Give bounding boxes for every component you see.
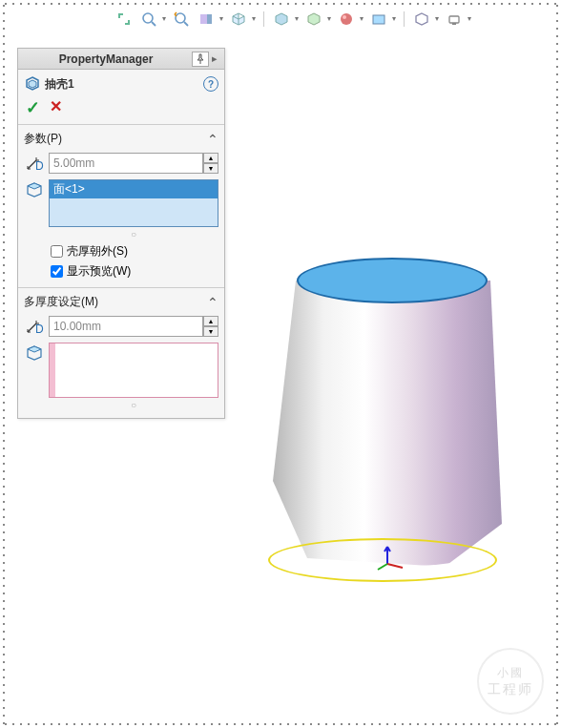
dimension-icon: D1 [24,153,45,174]
shell-outward-label: 壳厚朝外(S) [67,243,128,260]
chevron-up-icon: ⌃ [207,132,218,147]
shell-outward-checkbox-row[interactable]: 壳厚朝外(S) [51,243,218,260]
zoom-fit-icon[interactable] [114,10,134,29]
apply-scene-icon[interactable] [369,10,388,29]
render-tools-icon[interactable] [445,10,464,29]
show-preview-checkbox-row[interactable]: 显示预览(W) [51,263,218,280]
help-icon[interactable]: ? [203,76,218,92]
mt-spin-down[interactable]: ▼ [203,326,218,337]
svg-point-0 [143,13,153,23]
svg-text:D1: D1 [35,322,44,336]
multi-thickness-faces-list[interactable] [49,343,218,398]
shell-feature-icon [24,75,41,93]
svg-text:D1: D1 [35,159,44,173]
hide-show-icon[interactable] [304,10,323,29]
face-select-icon [24,179,45,200]
multi-thickness-input[interactable] [49,316,203,337]
expand-icon[interactable]: ▸ [209,52,220,65]
svg-point-4 [341,13,352,25]
watermark: 小國 工程师 [477,648,544,715]
params-section-header[interactable]: 参数(P) ⌃ [24,129,218,149]
faces-to-remove-list[interactable]: 面<1> [49,179,218,227]
panel-title: PropertyManager [22,52,190,66]
svg-point-1 [176,13,185,23]
model-body [273,258,502,601]
resize-grip-icon[interactable]: ○ [49,400,218,410]
zoom-area-icon[interactable] [139,10,158,29]
view-settings-icon[interactable] [412,10,431,29]
svg-rect-8 [452,23,456,25]
view-toolbar: ▾ ▾ ▾ ▾ ▾ ▾ ▾ ▾ ▾ [114,10,471,29]
params-section-title: 参数(P) [24,131,207,147]
face-list-item[interactable]: 面<1> [50,180,218,198]
face-select-icon [24,343,45,364]
graphics-area[interactable] [225,29,551,718]
feature-name: 抽壳1 [45,76,203,93]
show-preview-label: 显示预览(W) [67,263,131,280]
svg-rect-7 [449,16,459,23]
d1-spin-down[interactable]: ▼ [203,163,218,174]
ok-button[interactable]: ✓ [26,97,40,118]
svg-rect-2 [200,14,207,24]
cancel-button[interactable]: ✕ [50,97,62,118]
d1-thickness-input[interactable] [49,153,203,174]
panel-header: PropertyManager ▸ [18,49,224,70]
origin-triad-icon [378,543,406,574]
multi-thickness-title: 多厚度设定(M) [24,294,207,310]
shell-outward-checkbox[interactable] [51,245,63,258]
svg-point-5 [343,15,346,19]
svg-rect-3 [207,14,212,24]
chevron-up-icon: ⌃ [207,295,218,310]
property-manager-panel: PropertyManager ▸ 抽壳1 ? ✓ ✕ 参数(P) ⌃ D1 ▲… [17,48,225,419]
multi-thickness-section-header[interactable]: 多厚度设定(M) ⌃ [24,292,218,312]
selected-top-face[interactable] [297,258,488,303]
dimension-icon: D1 [24,316,45,337]
display-style-icon[interactable] [272,10,291,29]
svg-rect-6 [373,15,384,24]
view-orientation-icon[interactable] [229,10,248,29]
pin-icon[interactable] [192,52,209,67]
resize-grip-icon[interactable]: ○ [49,229,218,239]
mt-spin-up[interactable]: ▲ [203,316,218,326]
prev-view-icon[interactable] [172,10,191,29]
section-view-icon[interactable] [197,10,216,29]
show-preview-checkbox[interactable] [51,265,63,278]
edit-appearance-icon[interactable] [337,10,356,29]
d1-spin-up[interactable]: ▲ [203,153,218,163]
